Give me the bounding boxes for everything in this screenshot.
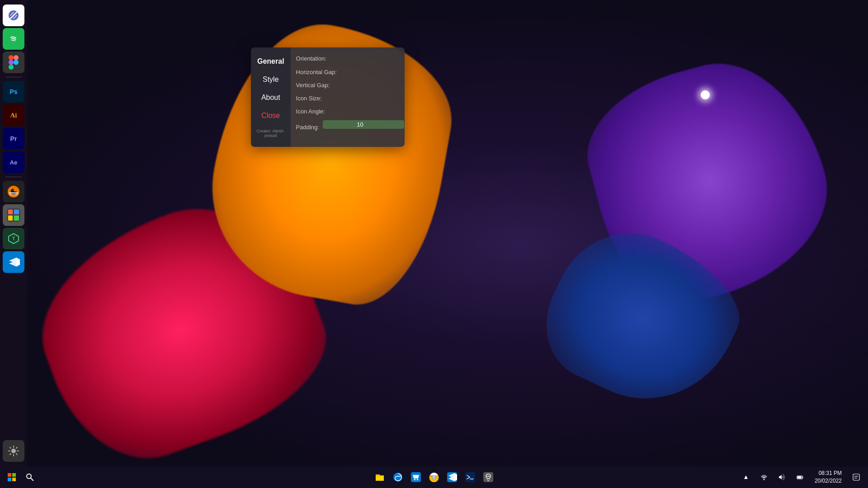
svg-point-44 — [763, 479, 764, 480]
taskbar-clock[interactable]: 08:31 PM 20/02/2022 — [811, 469, 845, 485]
padding-top-input[interactable] — [323, 120, 404, 129]
sidebar-icon-aftereffects[interactable]: Ae — [3, 151, 24, 173]
clock-time: 08:31 PM — [815, 469, 842, 477]
padding-group-container: (Top, Right, Bottom, Left) — [323, 120, 405, 134]
taskbar-terminal[interactable] — [462, 469, 478, 485]
sidebar-icon-token[interactable]: T — [3, 228, 24, 249]
svg-point-9 — [14, 188, 17, 192]
svg-rect-15 — [8, 216, 13, 221]
sidebar-icon-spotify[interactable] — [3, 28, 24, 50]
svg-line-26 — [31, 478, 33, 481]
settings-nav-style[interactable]: Style — [251, 71, 291, 88]
svg-rect-23 — [8, 478, 11, 481]
svg-rect-24 — [12, 478, 16, 481]
sidebar-icon-photoshop[interactable]: Ps — [3, 81, 24, 103]
taskbar-left — [4, 469, 38, 485]
clock-date: 20/02/2022 — [815, 477, 842, 485]
show-hidden-icons[interactable] — [738, 469, 754, 485]
settings-row-hgap: Horizontal Gap: — [296, 68, 405, 76]
settings-footer: Creator: nitesh-prasad — [251, 125, 291, 141]
svg-rect-2 — [9, 55, 14, 60]
svg-rect-29 — [414, 479, 415, 480]
settings-nav: General Style About Close Creator: nites… — [251, 47, 291, 147]
taskbar-chrome[interactable] — [426, 469, 442, 485]
svg-rect-46 — [797, 476, 802, 479]
settings-dialog: General Style About Close Creator: nites… — [251, 47, 405, 147]
settings-row-iconsize: Icon Size: — [296, 94, 405, 103]
padding-label: Padding: — [296, 124, 319, 131]
sidebar-icon-blender[interactable] — [3, 181, 24, 202]
battery-icon[interactable] — [792, 469, 808, 485]
taskbar-store[interactable] — [408, 469, 424, 485]
orientation-label: Orientation: — [296, 55, 326, 62]
iconangle-label: Icon Angle: — [296, 108, 325, 115]
svg-rect-22 — [12, 473, 16, 477]
taskbar-vscode[interactable] — [444, 469, 460, 485]
svg-point-34 — [434, 477, 435, 478]
settings-row-vgap: Vertical Gap: — [296, 81, 405, 89]
svg-rect-4 — [9, 60, 14, 65]
svg-rect-48 — [853, 474, 859, 480]
settings-nav-about[interactable]: About — [251, 89, 291, 106]
settings-row-orientation: Orientation: Vertical Horizontal — [296, 54, 405, 63]
settings-row-iconangle: Icon Angle: — [296, 107, 405, 116]
search-button[interactable] — [22, 469, 38, 485]
sidebar-icon-figma[interactable] — [3, 52, 24, 73]
svg-point-27 — [393, 473, 402, 482]
volume-icon[interactable] — [774, 469, 790, 485]
svg-point-25 — [27, 474, 31, 479]
iconsize-label: Icon Size: — [296, 95, 322, 102]
svg-marker-43 — [744, 475, 748, 479]
svg-rect-16 — [14, 216, 19, 221]
svg-rect-5 — [9, 65, 14, 70]
start-button[interactable] — [4, 469, 20, 485]
settings-nav-close[interactable]: Close — [251, 107, 291, 124]
taskbar-feedback[interactable] — [480, 469, 496, 485]
svg-rect-13 — [8, 210, 13, 214]
taskbar-explorer[interactable] — [372, 469, 388, 485]
padding-inputs — [323, 120, 405, 129]
system-tray — [738, 469, 808, 485]
taskbar-edge[interactable] — [390, 469, 406, 485]
sidebar-icon-illustrator[interactable]: Ai — [3, 104, 24, 126]
taskbar-center — [372, 469, 496, 485]
sidebar-divider-1 — [5, 77, 22, 77]
sidebar-divider-2 — [5, 177, 22, 177]
svg-rect-30 — [417, 479, 418, 480]
sidebar: Ps Ai Pr Ae — [0, 0, 27, 466]
vgap-label: Vertical Gap: — [296, 82, 330, 89]
svg-rect-3 — [14, 55, 19, 60]
svg-rect-47 — [802, 477, 803, 478]
taskbar-right: 08:31 PM 20/02/2022 — [738, 469, 864, 485]
sidebar-icon-linear[interactable] — [3, 5, 24, 26]
settings-row-padding: Padding: (Top, Right, Bottom, Left) — [296, 120, 405, 134]
network-icon[interactable] — [756, 469, 772, 485]
sidebar-icon-premiere[interactable]: Pr — [3, 128, 24, 150]
taskbar: 08:31 PM 20/02/2022 — [0, 466, 868, 488]
sidebar-icon-comiclife[interactable] — [3, 204, 24, 226]
sidebar-icon-vscode[interactable] — [3, 251, 24, 273]
svg-rect-14 — [14, 210, 19, 214]
action-center[interactable] — [848, 469, 864, 485]
shape-highlight — [701, 90, 710, 99]
svg-point-6 — [14, 60, 19, 65]
svg-rect-21 — [8, 473, 11, 477]
svg-text:T: T — [12, 236, 15, 241]
hgap-label: Horizontal Gap: — [296, 69, 337, 75]
settings-nav-general[interactable]: General — [251, 53, 291, 70]
wallpaper-art — [0, 0, 868, 488]
settings-content: Orientation: Vertical Horizontal Horizon… — [291, 47, 405, 147]
sidebar-icon-settings[interactable] — [3, 440, 24, 462]
